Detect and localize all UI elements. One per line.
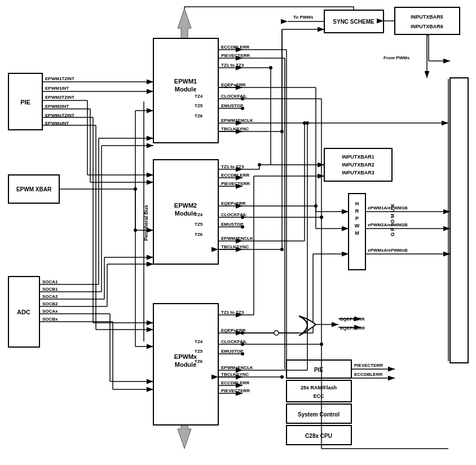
svg-rect-7 xyxy=(8,175,59,203)
svg-text:C28x CPU: C28x CPU xyxy=(305,433,332,439)
svg-point-231 xyxy=(241,331,244,335)
svg-point-244 xyxy=(320,343,323,346)
svg-point-225 xyxy=(303,121,306,125)
diagram: PIE EPWM XBAR ADC EPWM1 Module EPWM2 Mod… xyxy=(0,0,476,465)
svg-text:TZ6: TZ6 xyxy=(195,232,203,237)
svg-rect-23 xyxy=(324,10,384,33)
svg-text:INPUTXBAR2: INPUTXBAR2 xyxy=(342,162,374,168)
svg-text:TZ4: TZ4 xyxy=(195,94,203,99)
svg-text:EQEPnERR: EQEPnERR xyxy=(340,326,365,331)
svg-rect-47 xyxy=(287,425,351,445)
svg-text:PIEVECTERR: PIEVECTERR xyxy=(221,181,250,186)
svg-marker-3 xyxy=(178,8,191,42)
svg-text:PIEVECTERR: PIEVECTERR xyxy=(221,388,250,393)
svg-point-199 xyxy=(274,331,279,335)
svg-text:SOCB2: SOCB2 xyxy=(42,301,58,306)
svg-text:SOCA2: SOCA2 xyxy=(42,294,58,299)
svg-text:W: W xyxy=(355,223,360,229)
svg-text:TZ6: TZ6 xyxy=(195,359,203,364)
svg-point-234 xyxy=(241,216,244,219)
svg-rect-38 xyxy=(450,78,468,363)
svg-text:ECCDBLERR: ECCDBLERR xyxy=(221,173,249,178)
svg-text:EPWMxENCLK: EPWMxENCLK xyxy=(221,365,253,370)
svg-rect-9 xyxy=(8,277,39,347)
svg-text:INPUTXBAR6: INPUTXBAR6 xyxy=(411,24,443,29)
svg-text:TZ1 to TZ3: TZ1 to TZ3 xyxy=(221,310,244,315)
svg-text:CLOCKFAIL: CLOCKFAIL xyxy=(221,212,247,217)
svg-text:EPWM2ENCLK: EPWM2ENCLK xyxy=(221,236,253,241)
svg-text:PIEVECTERR: PIEVECTERR xyxy=(354,363,383,368)
svg-marker-4 xyxy=(178,415,191,449)
svg-text:G P I O   M U X: G P I O M U X xyxy=(390,204,395,236)
svg-text:EPWM1ENCLK: EPWM1ENCLK xyxy=(221,118,253,123)
diagram-svg: PIE EPWM XBAR ADC EPWM1 Module EPWM2 Mod… xyxy=(0,0,476,465)
svg-text:Module: Module xyxy=(175,361,197,368)
svg-text:ECC: ECC xyxy=(313,393,324,399)
svg-text:Peripheral Bus: Peripheral Bus xyxy=(143,205,149,241)
svg-point-233 xyxy=(241,107,244,110)
svg-rect-45 xyxy=(287,404,351,423)
svg-text:SYNC SCHEME: SYNC SCHEME xyxy=(333,19,374,25)
svg-text:H: H xyxy=(355,201,359,207)
svg-text:EMUSTOP: EMUSTOP xyxy=(221,103,244,108)
svg-text:EPWM1TZINT: EPWM1TZINT xyxy=(45,76,74,81)
svg-point-221 xyxy=(280,375,284,379)
svg-text:TZ5: TZ5 xyxy=(195,103,203,108)
svg-text:EPWM1: EPWM1 xyxy=(174,78,197,85)
svg-text:P: P xyxy=(355,216,359,221)
svg-point-243 xyxy=(320,216,323,219)
svg-text:EPWMxTZINT: EPWMxTZINT xyxy=(45,113,74,118)
svg-rect-20 xyxy=(144,102,152,341)
svg-text:SOCAx: SOCAx xyxy=(42,309,58,314)
svg-text:PIEVECTERR: PIEVECTERR xyxy=(221,53,250,58)
svg-rect-25 xyxy=(395,7,460,34)
svg-text:ePWM2A/ePWM2B: ePWM2A/ePWM2B xyxy=(368,222,408,227)
svg-text:TZ1 to TZ3: TZ1 to TZ3 xyxy=(221,63,244,68)
svg-text:EQEPxERR: EQEPxERR xyxy=(221,201,246,206)
svg-text:INPUTXBAR1: INPUTXBAR1 xyxy=(342,154,374,160)
svg-point-173 xyxy=(269,66,272,69)
svg-text:SOCA1: SOCA1 xyxy=(42,279,58,284)
svg-point-218 xyxy=(280,130,284,133)
svg-text:ECCDBLERR: ECCDBLERR xyxy=(221,45,249,50)
svg-text:TZ4: TZ4 xyxy=(195,212,203,217)
svg-text:SOCBx: SOCBx xyxy=(42,317,58,322)
svg-text:Module: Module xyxy=(175,86,197,93)
svg-text:EPWMx: EPWMx xyxy=(174,353,197,360)
svg-point-235 xyxy=(241,225,244,229)
svg-text:To PWMs: To PWMs xyxy=(293,15,314,20)
svg-text:M: M xyxy=(355,230,359,236)
svg-point-77 xyxy=(134,229,137,232)
svg-text:From PWMs: From PWMs xyxy=(384,55,410,60)
svg-text:ePWM1A/ePWM1B: ePWM1A/ePWM1B xyxy=(368,205,408,210)
svg-text:PIE: PIE xyxy=(20,99,30,106)
svg-text:INPUTXBAR3: INPUTXBAR3 xyxy=(342,170,374,176)
svg-text:CLOCKFAIL: CLOCKFAIL xyxy=(221,339,247,344)
svg-rect-5 xyxy=(8,73,42,130)
svg-text:EQEPxERR: EQEPxERR xyxy=(221,328,246,333)
svg-text:EPWM2INT: EPWM2INT xyxy=(45,104,69,109)
svg-text:TBCLKSYNC: TBCLKSYNC xyxy=(221,244,249,249)
svg-rect-14 xyxy=(153,160,218,264)
svg-text:EMUSTOP: EMUSTOP xyxy=(221,222,244,227)
svg-rect-17 xyxy=(153,304,218,425)
svg-text:EPWM2: EPWM2 xyxy=(174,202,197,209)
svg-rect-11 xyxy=(153,38,218,143)
svg-text:TBCLKSYNC: TBCLKSYNC xyxy=(221,126,249,131)
svg-text:PIE: PIE xyxy=(314,367,323,373)
svg-text:ECCDBLERR: ECCDBLERR xyxy=(221,380,249,385)
svg-point-187 xyxy=(314,204,318,208)
svg-point-176 xyxy=(258,163,261,166)
svg-text:EPWM2TZINT: EPWM2TZINT xyxy=(45,95,74,100)
svg-point-228 xyxy=(306,121,309,125)
svg-text:R: R xyxy=(355,208,359,214)
svg-text:TZ1 to TZ3: TZ1 to TZ3 xyxy=(221,164,244,169)
svg-text:INPUTXBAR5: INPUTXBAR5 xyxy=(411,14,443,20)
svg-text:EPWM XBAR: EPWM XBAR xyxy=(16,186,52,192)
svg-text:EQEP1ERR: EQEP1ERR xyxy=(340,317,365,322)
svg-text:TZ5: TZ5 xyxy=(195,349,203,354)
svg-point-76 xyxy=(134,187,137,191)
svg-text:System Control: System Control xyxy=(298,411,340,418)
svg-text:ADC: ADC xyxy=(17,309,30,315)
svg-text:ePWMxA/ePWMxB: ePWMxA/ePWMxB xyxy=(368,248,408,253)
